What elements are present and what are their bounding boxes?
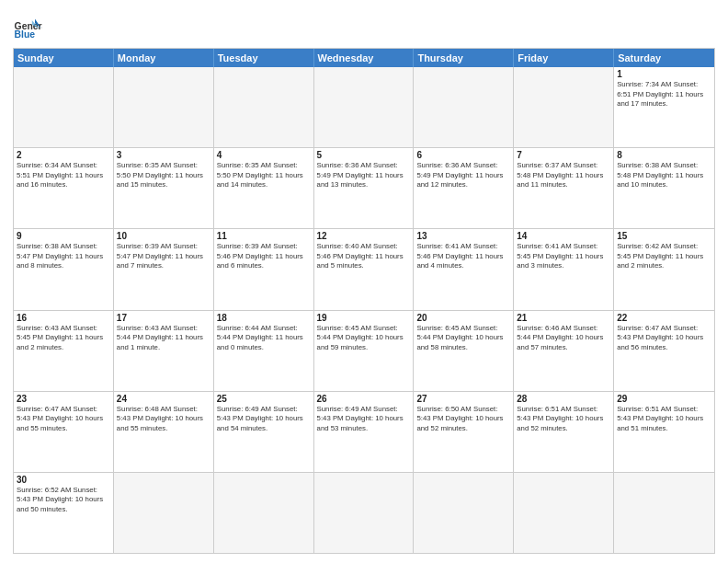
day-info: Sunrise: 6:41 AM Sunset: 5:46 PM Dayligh… [416,242,510,271]
day-info: Sunrise: 6:47 AM Sunset: 5:43 PM Dayligh… [17,405,110,434]
logo-icon: General Blue [13,13,42,42]
day-info: Sunrise: 6:52 AM Sunset: 5:43 PM Dayligh… [17,486,110,515]
day-number: 25 [217,394,311,404]
calendar-day-cell: 24Sunrise: 6:48 AM Sunset: 5:43 PM Dayli… [114,392,214,472]
calendar-day-cell [514,473,614,553]
weekday-header: Friday [514,49,614,67]
day-info: Sunrise: 6:51 AM Sunset: 5:43 PM Dayligh… [517,405,610,434]
page: General Blue SundayMondayTuesdayWednesda… [0,0,728,563]
weekday-header: Tuesday [214,49,314,67]
day-info: Sunrise: 6:37 AM Sunset: 5:48 PM Dayligh… [517,161,610,190]
calendar-week-row: 23Sunrise: 6:47 AM Sunset: 5:43 PM Dayli… [14,392,714,473]
calendar-day-cell [214,67,314,147]
weekday-header: Saturday [614,49,714,67]
day-number: 26 [317,394,411,404]
day-info: Sunrise: 6:40 AM Sunset: 5:46 PM Dayligh… [317,242,411,271]
day-info: Sunrise: 6:47 AM Sunset: 5:43 PM Dayligh… [617,324,711,353]
day-number: 13 [416,231,510,241]
day-info: Sunrise: 6:35 AM Sunset: 5:50 PM Dayligh… [217,161,311,190]
day-number: 15 [617,231,711,241]
day-number: 18 [217,313,311,323]
day-number: 17 [117,313,210,323]
day-info: Sunrise: 6:49 AM Sunset: 5:43 PM Dayligh… [317,405,411,434]
calendar-day-cell: 25Sunrise: 6:49 AM Sunset: 5:43 PM Dayli… [214,392,314,472]
calendar-day-cell: 17Sunrise: 6:43 AM Sunset: 5:44 PM Dayli… [114,311,214,391]
calendar: SundayMondayTuesdayWednesdayThursdayFrid… [13,48,715,554]
day-number: 14 [517,231,610,241]
day-info: Sunrise: 6:38 AM Sunset: 5:48 PM Dayligh… [617,161,711,190]
day-info: Sunrise: 6:34 AM Sunset: 5:51 PM Dayligh… [17,161,110,190]
day-info: Sunrise: 6:39 AM Sunset: 5:46 PM Dayligh… [217,242,311,271]
logo: General Blue [13,13,42,42]
day-info: Sunrise: 6:49 AM Sunset: 5:43 PM Dayligh… [217,405,311,434]
calendar-week-row: 9Sunrise: 6:38 AM Sunset: 5:47 PM Daylig… [14,229,714,310]
calendar-day-cell: 10Sunrise: 6:39 AM Sunset: 5:47 PM Dayli… [114,229,214,309]
day-number: 16 [17,313,110,323]
day-number: 24 [117,394,210,404]
calendar-day-cell: 23Sunrise: 6:47 AM Sunset: 5:43 PM Dayli… [14,392,114,472]
day-info: Sunrise: 6:44 AM Sunset: 5:44 PM Dayligh… [217,324,311,353]
weekday-header: Wednesday [314,49,415,67]
day-info: Sunrise: 6:50 AM Sunset: 5:43 PM Dayligh… [416,405,510,434]
day-info: Sunrise: 6:43 AM Sunset: 5:44 PM Dayligh… [117,324,210,353]
calendar-day-cell [214,473,314,553]
day-info: Sunrise: 6:36 AM Sunset: 5:49 PM Dayligh… [416,161,510,190]
weekday-header: Thursday [414,49,514,67]
calendar-day-cell [614,473,714,553]
svg-text:Blue: Blue [15,29,36,40]
day-info: Sunrise: 6:45 AM Sunset: 5:44 PM Dayligh… [416,324,510,353]
day-info: Sunrise: 6:38 AM Sunset: 5:47 PM Dayligh… [17,242,110,271]
calendar-week-row: 30Sunrise: 6:52 AM Sunset: 5:43 PM Dayli… [14,473,714,553]
day-info: Sunrise: 6:42 AM Sunset: 5:45 PM Dayligh… [617,242,711,271]
calendar-day-cell: 21Sunrise: 6:46 AM Sunset: 5:44 PM Dayli… [514,311,614,391]
calendar-day-cell: 20Sunrise: 6:45 AM Sunset: 5:44 PM Dayli… [414,311,514,391]
calendar-week-row: 2Sunrise: 6:34 AM Sunset: 5:51 PM Daylig… [14,148,714,229]
day-info: Sunrise: 6:36 AM Sunset: 5:49 PM Dayligh… [317,161,411,190]
calendar-day-cell: 15Sunrise: 6:42 AM Sunset: 5:45 PM Dayli… [614,229,714,309]
calendar-day-cell [414,67,514,147]
calendar-day-cell: 27Sunrise: 6:50 AM Sunset: 5:43 PM Dayli… [414,392,514,472]
day-number: 2 [17,150,110,160]
calendar-day-cell: 8Sunrise: 6:38 AM Sunset: 5:48 PM Daylig… [614,148,714,228]
day-number: 5 [317,150,411,160]
day-number: 10 [117,231,210,241]
calendar-day-cell: 7Sunrise: 6:37 AM Sunset: 5:48 PM Daylig… [514,148,614,228]
calendar-day-cell: 26Sunrise: 6:49 AM Sunset: 5:43 PM Dayli… [314,392,415,472]
day-number: 27 [416,394,510,404]
weekday-header: Monday [114,49,214,67]
calendar-week-row: 16Sunrise: 6:43 AM Sunset: 5:45 PM Dayli… [14,311,714,392]
calendar-day-cell [114,473,214,553]
calendar-day-cell: 22Sunrise: 6:47 AM Sunset: 5:43 PM Dayli… [614,311,714,391]
calendar-day-cell: 6Sunrise: 6:36 AM Sunset: 5:49 PM Daylig… [414,148,514,228]
day-info: Sunrise: 6:51 AM Sunset: 5:43 PM Dayligh… [617,405,711,434]
calendar-day-cell: 30Sunrise: 6:52 AM Sunset: 5:43 PM Dayli… [14,473,114,553]
day-number: 9 [17,231,110,241]
calendar-day-cell: 9Sunrise: 6:38 AM Sunset: 5:47 PM Daylig… [14,229,114,309]
calendar-day-cell: 4Sunrise: 6:35 AM Sunset: 5:50 PM Daylig… [214,148,314,228]
calendar-day-cell [314,67,415,147]
calendar-body: 1Sunrise: 7:34 AM Sunset: 6:51 PM Daylig… [14,67,714,553]
day-info: Sunrise: 6:46 AM Sunset: 5:44 PM Dayligh… [517,324,610,353]
calendar-day-cell [314,473,415,553]
day-number: 1 [617,69,711,79]
day-number: 20 [416,313,510,323]
calendar-day-cell [114,67,214,147]
day-number: 23 [17,394,110,404]
calendar-day-cell: 11Sunrise: 6:39 AM Sunset: 5:46 PM Dayli… [214,229,314,309]
weekday-header: Sunday [14,49,114,67]
day-info: Sunrise: 6:35 AM Sunset: 5:50 PM Dayligh… [117,161,210,190]
day-number: 7 [517,150,610,160]
calendar-day-cell: 13Sunrise: 6:41 AM Sunset: 5:46 PM Dayli… [414,229,514,309]
calendar-day-cell [414,473,514,553]
header: General Blue [13,9,715,42]
calendar-day-cell: 19Sunrise: 6:45 AM Sunset: 5:44 PM Dayli… [314,311,415,391]
calendar-day-cell: 29Sunrise: 6:51 AM Sunset: 5:43 PM Dayli… [614,392,714,472]
calendar-day-cell: 18Sunrise: 6:44 AM Sunset: 5:44 PM Dayli… [214,311,314,391]
day-number: 22 [617,313,711,323]
day-info: Sunrise: 6:43 AM Sunset: 5:45 PM Dayligh… [17,324,110,353]
calendar-day-cell: 12Sunrise: 6:40 AM Sunset: 5:46 PM Dayli… [314,229,415,309]
day-info: Sunrise: 6:39 AM Sunset: 5:47 PM Dayligh… [117,242,210,271]
day-number: 8 [617,150,711,160]
day-number: 28 [517,394,610,404]
calendar-day-cell: 2Sunrise: 6:34 AM Sunset: 5:51 PM Daylig… [14,148,114,228]
